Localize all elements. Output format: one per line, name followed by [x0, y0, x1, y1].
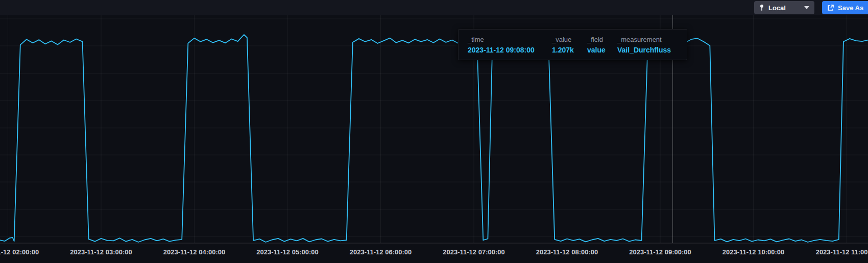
x-axis-tick-label: 2023-11-12 02:00:00 [0, 248, 39, 256]
x-axis-tick-label: 2023-11-12 09:00:00 [629, 248, 691, 256]
save-as-label: Save As [838, 4, 863, 12]
save-as-button[interactable]: Save As [822, 1, 868, 14]
tooltip-header-value: _value [552, 36, 581, 43]
x-axis-tick-label: 2023-11-12 08:00:00 [536, 248, 598, 256]
tooltip-column-field: _fieldvalue [587, 36, 611, 54]
hover-tooltip: _time2023-11-12 09:08:00_value1.207k_fie… [458, 29, 687, 60]
tooltip-header-measurement: _measurement [617, 36, 678, 43]
x-axis-tick-label: 2023-11-12 06:00:00 [350, 248, 412, 256]
tooltip-column-time: _time2023-11-12 09:08:00 [468, 36, 545, 54]
x-axis-tick-label: 2023-11-12 05:00:00 [256, 248, 318, 256]
x-axis-tick-label: 2023-11-12 03:00:00 [70, 248, 132, 256]
timezone-dropdown[interactable]: Local [754, 1, 814, 14]
header-bar: Local Save As [0, 0, 868, 15]
tooltip-header-time: _time [468, 36, 545, 43]
tooltip-value-measurement: Vail_Durchfluss [617, 46, 678, 54]
tooltip-header-field: _field [587, 36, 611, 43]
timezone-label: Local [768, 4, 786, 12]
x-axis-tick-label: 2023-11-12 04:00:00 [163, 248, 225, 256]
x-axis-tick-label: 2023-11-12 07:00:00 [443, 248, 504, 256]
chevron-down-icon [804, 6, 809, 9]
tooltip-value-field: value [587, 46, 611, 54]
chart-canvas[interactable] [0, 15, 868, 259]
series-line-vail-durchfluss [0, 35, 868, 242]
time-series-chart[interactable]: 2023-11-12 02:00:002023-11-12 03:00:0020… [0, 15, 868, 263]
tooltip-value-time: 2023-11-12 09:08:00 [468, 46, 545, 54]
tooltip-table: _time2023-11-12 09:08:00_value1.207k_fie… [468, 36, 678, 54]
export-icon [827, 4, 834, 11]
tooltip-value-value: 1.207k [552, 46, 581, 54]
x-axis-tick-label: 2023-11-12 11:00:00 [816, 248, 868, 256]
x-axis: 2023-11-12 02:00:002023-11-12 03:00:0020… [0, 246, 868, 259]
x-axis-tick-label: 2023-11-12 10:00:00 [722, 248, 784, 256]
pin-icon [759, 4, 765, 11]
tooltip-column-measurement: _measurementVail_Durchfluss [617, 36, 678, 54]
tooltip-column-value: _value1.207k [552, 36, 581, 54]
